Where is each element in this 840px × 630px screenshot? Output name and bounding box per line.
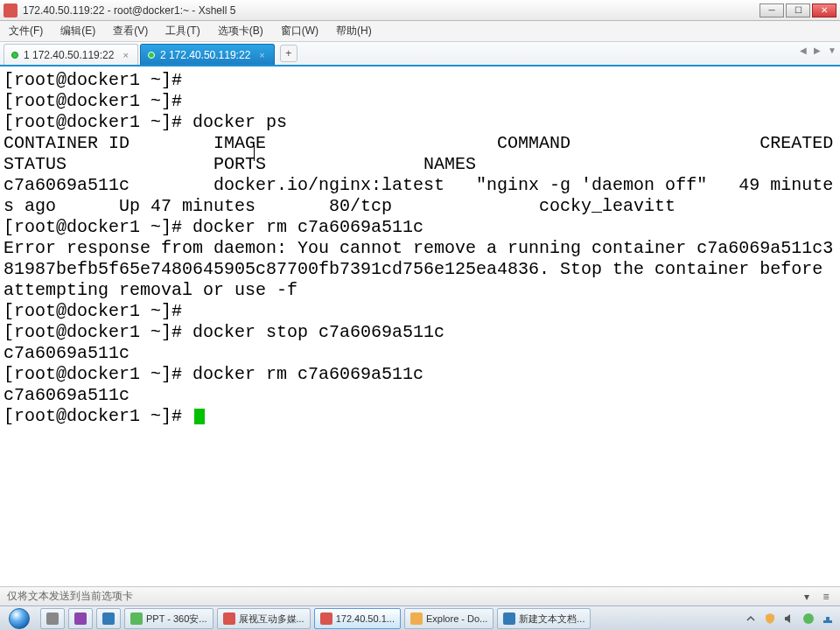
tray-app-icon[interactable] xyxy=(802,612,816,626)
menu-file[interactable]: 文件(F) xyxy=(0,21,52,41)
system-tray xyxy=(738,606,840,630)
status-dot-icon xyxy=(148,52,155,59)
app-icon xyxy=(74,612,87,625)
text-caret xyxy=(254,145,255,161)
tab-prev-icon[interactable]: ◀ xyxy=(800,46,807,55)
status-dropdown-icon[interactable]: ▾ xyxy=(800,591,814,603)
taskbar-label: 展视互动多媒... xyxy=(239,612,304,626)
tab-menu-icon[interactable]: ▼ xyxy=(828,46,836,55)
statusbar: 仅将文本发送到当前选项卡 ▾ ≡ xyxy=(0,586,840,606)
taskbar: PPT - 360安... 展视互动多媒... 172.40.50.1... E… xyxy=(0,606,840,630)
app-icon xyxy=(410,612,423,625)
menubar: 文件(F) 编辑(E) 查看(V) 工具(T) 选项卡(B) 窗口(W) 帮助(… xyxy=(0,21,840,42)
tab-next-icon[interactable]: ▶ xyxy=(814,46,821,55)
menu-tab[interactable]: 选项卡(B) xyxy=(209,21,272,41)
menu-view[interactable]: 查看(V) xyxy=(104,21,157,41)
window-title: 172.40.50.119:22 - root@docker1:~ - Xshe… xyxy=(23,4,758,17)
taskbar-label: PPT - 360安... xyxy=(146,612,207,626)
taskbar-pinned-3[interactable] xyxy=(96,608,121,629)
minimize-button[interactable]: ─ xyxy=(760,4,784,18)
taskbar-item-ppt[interactable]: PPT - 360安... xyxy=(124,608,214,629)
tray-expand-icon[interactable] xyxy=(744,612,758,626)
tab-close-icon[interactable]: × xyxy=(259,50,264,60)
close-button[interactable]: ✕ xyxy=(812,4,836,18)
start-button[interactable] xyxy=(0,606,38,630)
taskbar-item-media[interactable]: 展视互动多媒... xyxy=(217,608,311,629)
app-icon xyxy=(4,4,18,18)
status-text: 仅将文本发送到当前选项卡 xyxy=(7,589,133,604)
new-tab-button[interactable]: + xyxy=(280,45,298,62)
svg-rect-1 xyxy=(823,620,832,623)
taskbar-label: 172.40.50.1... xyxy=(336,613,395,624)
terminal-cursor xyxy=(194,409,205,424)
menu-tools[interactable]: 工具(T) xyxy=(157,21,208,41)
terminal-output: [root@docker1 ~]# [root@docker1 ~]# [roo… xyxy=(4,70,840,426)
status-menu-icon[interactable]: ≡ xyxy=(819,591,833,603)
taskbar-pinned-1[interactable] xyxy=(40,608,65,629)
taskbar-item-firefox[interactable]: Explore - Do... xyxy=(404,608,494,629)
terminal[interactable]: [root@docker1 ~]# [root@docker1 ~]# [roo… xyxy=(0,66,840,586)
taskbar-label: 新建文本文档... xyxy=(519,612,584,626)
tab-label: 2 172.40.50.119:22 xyxy=(160,49,250,61)
status-dot-icon xyxy=(11,52,18,59)
app-icon xyxy=(130,612,143,625)
taskbar-item-xshell[interactable]: 172.40.50.1... xyxy=(314,608,401,629)
menu-edit[interactable]: 编辑(E) xyxy=(52,21,104,41)
menu-window[interactable]: 窗口(W) xyxy=(272,21,327,41)
tabbar: 1 172.40.50.119:22 × 2 172.40.50.119:22 … xyxy=(0,42,840,66)
session-tab-2[interactable]: 2 172.40.50.119:22 × xyxy=(140,44,275,65)
svg-rect-2 xyxy=(826,617,830,620)
tray-shield-icon[interactable] xyxy=(763,612,777,626)
tab-label: 1 172.40.50.119:22 xyxy=(24,49,114,61)
app-icon xyxy=(503,612,515,625)
tray-network-icon[interactable] xyxy=(821,612,835,626)
taskbar-label: Explore - Do... xyxy=(426,613,487,624)
app-icon xyxy=(223,612,235,625)
start-orb-icon xyxy=(9,608,30,629)
menu-help[interactable]: 帮助(H) xyxy=(327,21,381,41)
tab-nav: ◀ ▶ ▼ xyxy=(800,46,836,55)
maximize-button[interactable]: ☐ xyxy=(786,4,810,18)
titlebar: 172.40.50.119:22 - root@docker1:~ - Xshe… xyxy=(0,0,840,21)
taskbar-pinned-2[interactable] xyxy=(68,608,93,629)
app-icon xyxy=(102,612,115,625)
tray-volume-icon[interactable] xyxy=(782,612,796,626)
svg-point-0 xyxy=(803,613,814,624)
app-icon xyxy=(46,612,59,625)
session-tab-1[interactable]: 1 172.40.50.119:22 × xyxy=(4,44,138,65)
tab-close-icon[interactable]: × xyxy=(122,50,128,60)
taskbar-item-notepad[interactable]: 新建文本文档... xyxy=(497,608,591,629)
app-icon xyxy=(320,612,332,625)
